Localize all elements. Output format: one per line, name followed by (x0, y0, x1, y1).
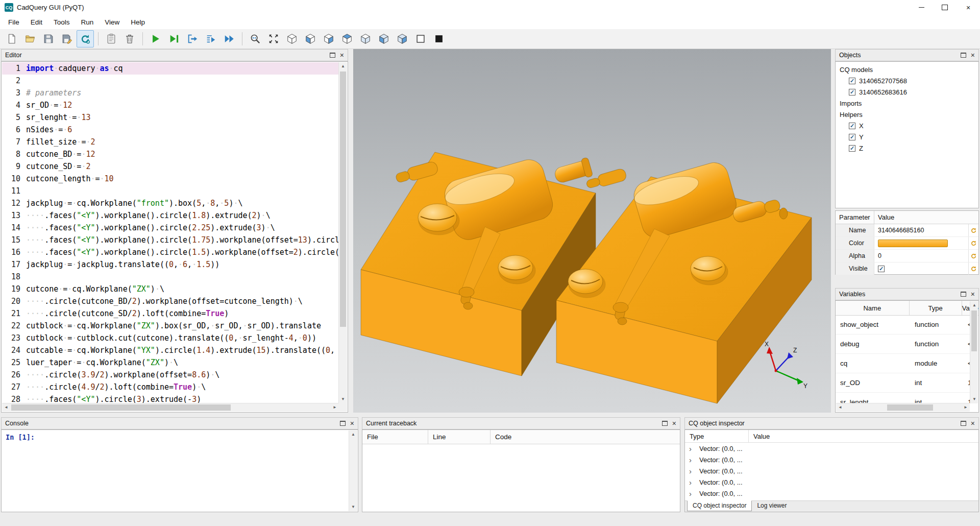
debug-button[interactable] (165, 30, 183, 47)
view-top-button[interactable] (338, 30, 356, 47)
editor-vertical-scrollbar[interactable]: ▲ ▼ (338, 62, 347, 403)
minimize-button[interactable] (910, 0, 933, 15)
close-panel-icon[interactable]: × (340, 52, 344, 59)
tree-item[interactable]: ✓3140652707568 (836, 75, 978, 86)
scroll-up-icon[interactable]: ▲ (339, 62, 347, 70)
maximize-button[interactable] (933, 0, 957, 15)
scroll-down-icon[interactable]: ▼ (970, 395, 978, 403)
view-front-button[interactable] (302, 30, 319, 47)
inspector-row[interactable]: ›Vector: (0.0, ... (685, 443, 978, 454)
tree-item[interactable]: ✓3140652683616 (836, 86, 978, 98)
expand-chevron-icon[interactable]: › (689, 445, 696, 452)
autoreload-button[interactable] (77, 30, 94, 47)
step-into-button[interactable] (184, 30, 201, 47)
variable-row[interactable]: sr_lenghtint13 (836, 393, 970, 403)
color-swatch[interactable] (878, 240, 948, 247)
step-over-button[interactable] (202, 30, 219, 47)
menu-edit[interactable]: Edit (25, 16, 48, 28)
scrollbar-thumb[interactable] (11, 404, 231, 411)
tree-item[interactable]: ✓Y (836, 131, 978, 142)
checkbox[interactable]: ✓ (849, 134, 855, 140)
float-panel-icon[interactable] (662, 421, 668, 426)
variables-horizontal-scrollbar[interactable]: ◄ ► (836, 403, 970, 412)
float-panel-icon[interactable] (961, 292, 966, 297)
inspect-object-button[interactable] (247, 30, 264, 47)
inspector-row[interactable]: ›Vector: (0.0, ... (685, 454, 978, 465)
clear-console-button[interactable] (103, 30, 120, 47)
close-panel-icon[interactable]: × (350, 420, 354, 427)
scroll-up-icon[interactable]: ▲ (970, 301, 978, 309)
checkbox[interactable]: ✓ (849, 145, 855, 152)
expand-chevron-icon[interactable]: › (689, 467, 696, 475)
checkbox[interactable]: ✓ (849, 89, 855, 95)
fit-view-button[interactable] (265, 30, 282, 47)
view-iso-button[interactable] (283, 30, 301, 47)
checkbox[interactable]: ✓ (849, 123, 855, 129)
variable-row[interactable]: debugfunction<f (836, 334, 970, 354)
save-button[interactable] (40, 30, 57, 47)
scroll-right-icon[interactable]: ► (331, 403, 339, 412)
close-panel-icon[interactable]: × (971, 52, 975, 59)
tree-item[interactable]: ✓X (836, 120, 978, 131)
menu-file[interactable]: File (3, 16, 25, 28)
variable-row[interactable]: show_objectfunction<f (836, 315, 970, 334)
expand-chevron-icon[interactable]: › (689, 456, 696, 464)
property-value[interactable] (874, 237, 968, 249)
variable-row[interactable]: sr_ODint12 (836, 373, 970, 393)
continue-button[interactable] (220, 30, 238, 47)
scroll-right-icon[interactable]: ► (962, 403, 970, 412)
scroll-left-icon[interactable]: ◄ (836, 403, 844, 412)
scrollbar-thumb[interactable] (971, 310, 977, 351)
scrollbar-thumb[interactable] (887, 404, 933, 411)
reset-button[interactable] (968, 237, 978, 249)
checkbox[interactable]: ✓ (849, 78, 855, 84)
float-panel-icon[interactable] (961, 421, 966, 426)
float-panel-icon[interactable] (961, 53, 966, 58)
menu-view[interactable]: View (99, 16, 125, 28)
scroll-left-icon[interactable]: ◄ (2, 403, 10, 412)
expand-chevron-icon[interactable]: › (689, 479, 696, 486)
delete-button[interactable] (121, 30, 138, 47)
menu-help[interactable]: Help (125, 16, 151, 28)
shaded-button[interactable] (430, 30, 448, 47)
scroll-down-icon[interactable]: ▼ (339, 395, 347, 403)
tab-log-viewer[interactable]: Log viewer (752, 501, 792, 511)
open-file-button[interactable] (21, 30, 39, 47)
view-back-button[interactable] (320, 30, 337, 47)
view-left-button[interactable] (375, 30, 393, 47)
code-editor[interactable]: 1import·cadquery·as·cq23# parameters4sr_… (1, 61, 348, 413)
expand-chevron-icon[interactable]: › (689, 490, 696, 497)
menu-run[interactable]: Run (76, 16, 100, 28)
save-as-button[interactable] (58, 30, 76, 47)
tree-item[interactable]: ✓Z (836, 142, 978, 154)
code-area[interactable]: 1import·cadquery·as·cq23# parameters4sr_… (2, 62, 339, 403)
visible-checkbox[interactable]: ✓ (878, 266, 885, 272)
console-area[interactable]: In [1]: ▲ ▼ (1, 429, 358, 512)
reset-button[interactable] (968, 224, 978, 236)
view-bottom-button[interactable] (357, 30, 374, 47)
close-button[interactable]: × (957, 0, 980, 15)
tab-cq-object-inspector[interactable]: CQ object inspector (687, 500, 752, 511)
inspector-row[interactable]: ›Vector: (0.0, ... (685, 465, 978, 476)
close-panel-icon[interactable]: × (971, 420, 975, 427)
console-vertical-scrollbar[interactable]: ▲ ▼ (349, 431, 357, 511)
variables-vertical-scrollbar[interactable]: ▲ ▼ (970, 301, 978, 403)
viewport-3d[interactable]: X Z Y (353, 49, 831, 413)
close-panel-icon[interactable]: × (672, 420, 676, 427)
property-value[interactable]: ✓ (874, 262, 968, 275)
close-panel-icon[interactable]: × (971, 291, 975, 298)
wireframe-button[interactable] (412, 30, 429, 47)
float-panel-icon[interactable] (340, 421, 346, 426)
inspector-row[interactable]: ›Vector: (0.0, ... (685, 488, 978, 499)
reset-button[interactable] (968, 250, 978, 262)
scrollbar-thumb[interactable] (340, 71, 346, 327)
scroll-down-icon[interactable]: ▼ (349, 503, 357, 511)
view-right-button[interactable] (394, 30, 411, 47)
variable-row[interactable]: cqmodule<m (836, 354, 970, 373)
inspector-row[interactable]: ›Vector: (0.0, ... (685, 476, 978, 488)
float-panel-icon[interactable] (330, 53, 335, 58)
new-file-button[interactable] (3, 30, 20, 47)
editor-horizontal-scrollbar[interactable]: ◄ ► (2, 403, 339, 412)
reset-button[interactable] (968, 262, 978, 275)
scroll-up-icon[interactable]: ▲ (349, 431, 357, 439)
